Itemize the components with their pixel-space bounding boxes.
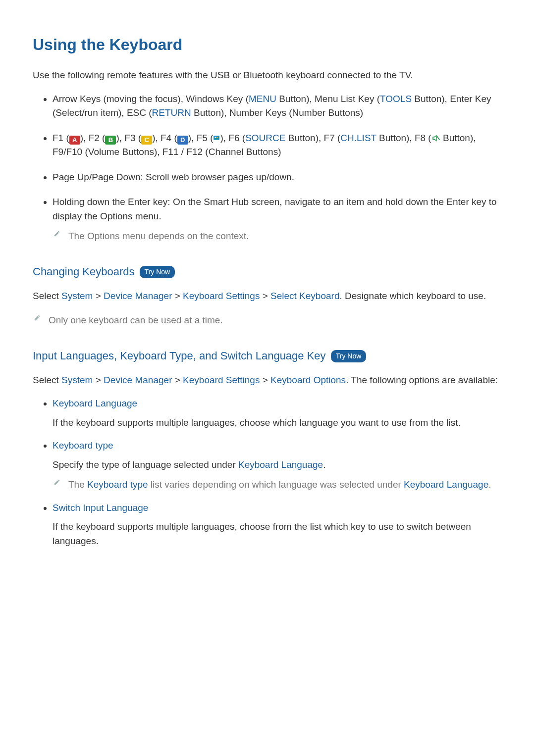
list-item: Holding down the Enter key: On the Smart… bbox=[53, 195, 502, 244]
menu-button-label: MENU bbox=[249, 94, 276, 104]
menu-path-select-keyboard: Select Keyboard bbox=[270, 291, 339, 301]
section-text: Select System > Device Manager > Keyboar… bbox=[33, 373, 502, 388]
pencil-icon bbox=[33, 314, 42, 321]
return-button-label: RETURN bbox=[152, 107, 191, 118]
try-now-badge[interactable]: Try Now bbox=[331, 350, 367, 362]
note: The Options menu depends on the context. bbox=[53, 228, 502, 244]
option-title-keyboard-language: Keyboard Language bbox=[53, 397, 502, 411]
list-item: Arrow Keys (moving the focus), Windows K… bbox=[53, 92, 502, 120]
option-desc: If the keyboard supports multiple langua… bbox=[53, 520, 502, 548]
menu-path-device-manager: Device Manager bbox=[104, 375, 172, 385]
feature-list: Arrow Keys (moving the focus), Windows K… bbox=[33, 92, 502, 244]
chlist-button-label: CH.LIST bbox=[340, 133, 376, 143]
section-heading-input-languages: Input Languages, Keyboard Type, and Swit… bbox=[33, 348, 502, 364]
menu-path-keyboard-settings: Keyboard Settings bbox=[183, 375, 260, 385]
blue-d-chip-icon: D bbox=[177, 136, 188, 145]
option-desc: Specify the type of language selected un… bbox=[53, 458, 502, 472]
option-title-switch-input-language: Switch Input Language bbox=[53, 501, 502, 515]
note: The Keyboard type list varies depending … bbox=[53, 477, 502, 492]
page-title: Using the Keyboard bbox=[33, 33, 502, 56]
list-item: Keyboard Language If the keyboard suppor… bbox=[53, 397, 502, 430]
mute-icon bbox=[431, 134, 440, 143]
options-list: Keyboard Language If the keyboard suppor… bbox=[33, 397, 502, 548]
list-item: Page Up/Page Down: Scroll web browser pa… bbox=[53, 170, 502, 185]
option-title-keyboard-type: Keyboard type bbox=[53, 439, 502, 453]
menu-path-keyboard-settings: Keyboard Settings bbox=[183, 291, 260, 301]
note: Only one keyboard can be used at a time. bbox=[33, 312, 502, 328]
green-b-chip-icon: B bbox=[105, 136, 116, 145]
tools-button-label: TOOLS bbox=[380, 94, 412, 104]
section-heading-changing-keyboards: Changing Keyboards Try Now bbox=[33, 263, 502, 280]
section-text: Select System > Device Manager > Keyboar… bbox=[33, 289, 502, 303]
list-item: Switch Input Language If the keyboard su… bbox=[53, 501, 502, 549]
menu-path-system: System bbox=[61, 375, 93, 385]
list-item: F1 (A), F2 (B), F3 (C), F4 (D), F5 (), F… bbox=[53, 131, 502, 159]
yellow-c-chip-icon: C bbox=[141, 136, 152, 145]
smart-hub-icon bbox=[213, 135, 220, 142]
red-a-chip-icon: A bbox=[69, 136, 80, 145]
source-button-label: SOURCE bbox=[245, 133, 285, 143]
menu-path-device-manager: Device Manager bbox=[104, 291, 172, 301]
try-now-badge[interactable]: Try Now bbox=[140, 266, 175, 278]
option-desc: If the keyboard supports multiple langua… bbox=[53, 416, 502, 430]
pencil-icon bbox=[53, 230, 61, 237]
pencil-icon bbox=[53, 479, 61, 486]
intro-text: Use the following remote features with t… bbox=[33, 68, 502, 83]
menu-path-keyboard-options: Keyboard Options bbox=[270, 375, 346, 385]
menu-path-system: System bbox=[61, 291, 93, 301]
list-item: Keyboard type Specify the type of langua… bbox=[53, 439, 502, 492]
